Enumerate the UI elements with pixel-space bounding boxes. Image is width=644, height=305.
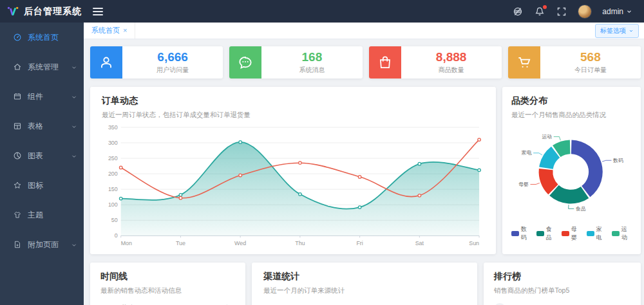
legend-label: 家电 xyxy=(596,225,607,242)
stat-card-messages[interactable]: 168 系统消息 xyxy=(229,46,362,79)
fullscreen-icon[interactable] xyxy=(556,6,567,17)
legend-swatch xyxy=(612,231,620,236)
sidebar: 系统首页系统管理组件表格图表图标主题附加页面 xyxy=(0,23,84,305)
sidebar-item-label: 附加页面 xyxy=(28,239,59,250)
category-card-subtitle: 最近一个月销售商品的品类情况 xyxy=(511,111,632,120)
orders-chart-card: 订单动态 最近一周订单状态，包括订单成交量和订单退货量 050100150200… xyxy=(90,87,496,254)
legend-item-母婴[interactable]: 母婴 xyxy=(562,225,582,242)
channel-card-subtitle: 最近一个月的订单来源统计 xyxy=(263,286,466,295)
theme-icon xyxy=(13,210,22,219)
chevron-down-icon xyxy=(71,152,77,159)
notification-badge xyxy=(543,5,547,9)
legend-swatch xyxy=(562,231,569,236)
rank-card-subtitle: 销售商品的热门榜单Top5 xyxy=(494,286,630,295)
timeline-card-title: 时间线 xyxy=(100,271,235,282)
category-donut-chart[interactable]: 数码食品母婴家电运动 xyxy=(511,121,632,223)
orders-card-title: 订单动态 xyxy=(102,95,484,107)
legend-label: 母婴 xyxy=(571,225,582,242)
sidebar-item-pages[interactable]: 附加页面 xyxy=(0,230,84,259)
svg-text:家电: 家电 xyxy=(522,150,532,156)
svg-text:母婴: 母婴 xyxy=(518,181,529,187)
app-logo: 后台管理系统 xyxy=(0,5,84,18)
category-chart-card: 品类分布 最近一个月销售商品的品类情况 数码食品母婴家电运动 数码食品母婴家电运… xyxy=(502,87,641,254)
bell-icon[interactable] xyxy=(534,6,545,17)
chevron-down-icon xyxy=(626,8,632,15)
stat-label: 用户访问量 xyxy=(156,66,189,75)
top-header: 后台管理系统 admin xyxy=(0,0,644,23)
tab-home[interactable]: 系统首页 × xyxy=(84,23,135,39)
orders-card-subtitle: 最近一周订单状态，包括订单成交量和订单退货量 xyxy=(102,111,484,120)
legend-label: 运动 xyxy=(621,225,632,242)
svg-text:Thu: Thu xyxy=(295,240,305,246)
legend-label: 数码 xyxy=(521,225,531,242)
stat-card-visits[interactable]: 6,666 用户访问量 xyxy=(90,46,223,79)
legend-label: 食品 xyxy=(546,225,556,242)
collapse-menu-icon[interactable] xyxy=(93,6,103,17)
svg-text:100: 100 xyxy=(108,201,118,208)
svg-text:Tue: Tue xyxy=(176,240,185,246)
sidebar-item-system[interactable]: 系统管理 xyxy=(0,52,84,82)
stat-value: 568 xyxy=(580,50,601,64)
stat-value: 8,888 xyxy=(436,50,467,64)
svg-text:Sun: Sun xyxy=(469,240,479,246)
svg-text:200: 200 xyxy=(108,171,118,177)
chevron-down-icon xyxy=(71,64,77,70)
sidebar-item-label: 图表 xyxy=(28,151,43,162)
tags-options-button[interactable]: 标签选项 xyxy=(595,24,639,38)
stats-row: 6,666 用户访问量 168 系统消息 8,888 商品数量 xyxy=(90,46,641,79)
legend-item-运动[interactable]: 运动 xyxy=(612,225,632,242)
visibility-off-icon[interactable] xyxy=(512,6,524,17)
sidebar-item-label: 图标 xyxy=(28,180,43,191)
avatar[interactable] xyxy=(578,5,592,19)
legend-item-数码[interactable]: 数码 xyxy=(511,225,531,242)
svg-text:150: 150 xyxy=(108,186,118,192)
channel-card-title: 渠道统计 xyxy=(263,271,466,282)
stat-value: 6,666 xyxy=(157,50,188,64)
sidebar-item-home[interactable]: 系统首页 xyxy=(0,23,84,52)
legend-item-食品[interactable]: 食品 xyxy=(536,225,556,242)
rank-card-title: 排行榜 xyxy=(494,271,630,282)
stat-value: 168 xyxy=(302,50,323,64)
sidebar-item-tables[interactable]: 表格 xyxy=(0,111,84,141)
svg-text:250: 250 xyxy=(108,155,118,162)
svg-text:Mon: Mon xyxy=(121,240,132,246)
sidebar-item-theme[interactable]: 主题 xyxy=(0,200,84,230)
logo-icon xyxy=(6,5,19,18)
legend-swatch xyxy=(511,231,519,236)
svg-text:Fri: Fri xyxy=(356,240,363,246)
star-icon xyxy=(13,181,22,190)
tab-close-icon[interactable]: × xyxy=(123,27,127,34)
rank-card: 排行榜 销售商品的热门榜单Top5 1 手机 销量：10000 xyxy=(484,263,641,305)
legend-item-家电[interactable]: 家电 xyxy=(587,225,607,242)
user-menu[interactable]: admin xyxy=(602,7,632,16)
tab-label: 系统首页 xyxy=(91,26,120,35)
chevron-down-icon xyxy=(71,241,77,248)
cart-icon xyxy=(508,46,540,79)
timeline-card-subtitle: 最新的销售动态和活动信息 xyxy=(100,286,235,295)
svg-text:300: 300 xyxy=(108,140,118,146)
chevron-down-icon xyxy=(71,123,77,129)
document-icon xyxy=(13,240,22,249)
chevron-down-icon xyxy=(629,28,634,33)
sidebar-item-label: 系统管理 xyxy=(28,62,59,73)
stat-card-orders[interactable]: 568 今日订单量 xyxy=(508,46,641,79)
legend-swatch xyxy=(587,231,594,236)
orders-line-chart[interactable]: 050100150200250300350MonTueWedThuFriSatS… xyxy=(102,122,484,248)
donut-legend: 数码食品母婴家电运动 xyxy=(511,225,632,242)
channel-card: 渠道统计 最近一个月的订单来源统计 xyxy=(252,263,477,305)
svg-text:食品: 食品 xyxy=(575,206,586,212)
tab-bar: 系统首页 × 标签选项 xyxy=(84,23,644,39)
sidebar-item-charts[interactable]: 图表 xyxy=(0,141,84,171)
sidebar-item-icons[interactable]: 图标 xyxy=(0,171,84,200)
shopping-bag-icon xyxy=(369,46,401,79)
home-icon xyxy=(13,62,22,71)
sidebar-item-label: 表格 xyxy=(28,121,43,132)
timeline-card: 时间线 最新的销售动态和活动信息 收藏商品 30分钟前 xxx收藏了你的商品，就… xyxy=(90,263,245,305)
sidebar-item-components[interactable]: 组件 xyxy=(0,82,84,111)
sidebar-item-label: 组件 xyxy=(28,91,43,102)
app-title: 后台管理系统 xyxy=(24,6,82,17)
stat-card-goods[interactable]: 8,888 商品数量 xyxy=(369,46,502,79)
chevron-down-icon xyxy=(71,93,77,100)
category-card-title: 品类分布 xyxy=(511,95,632,107)
stat-label: 今日订单量 xyxy=(574,66,607,75)
